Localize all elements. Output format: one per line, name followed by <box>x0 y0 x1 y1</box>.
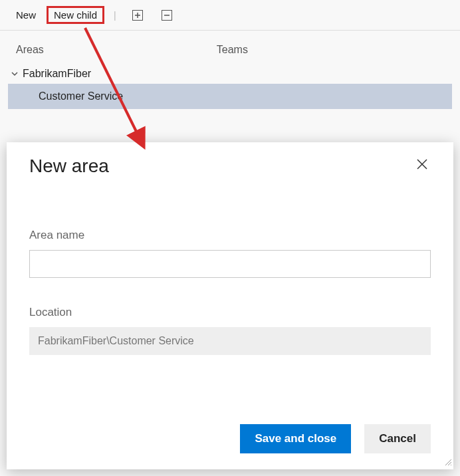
toolbar: New New child | <box>0 0 460 31</box>
location-input <box>29 327 431 355</box>
chevron-down-icon <box>11 70 19 78</box>
tree-root-item[interactable]: FabrikamFiber <box>8 64 452 84</box>
area-name-group: Area name <box>29 229 431 278</box>
separator: | <box>114 10 116 21</box>
svg-line-9 <box>451 465 451 465</box>
area-tree: FabrikamFiber Customer Service <box>0 61 460 129</box>
expand-all-icon[interactable] <box>132 10 143 21</box>
svg-line-7 <box>445 459 451 465</box>
collapse-all-icon[interactable] <box>162 10 172 21</box>
dialog-title: New area <box>29 156 109 177</box>
new-child-button[interactable]: New child <box>47 6 104 24</box>
resize-handle-icon[interactable] <box>444 457 452 468</box>
area-name-label: Area name <box>29 229 431 242</box>
tab-areas[interactable]: Areas <box>16 44 44 56</box>
tree-child-label: Customer Service <box>39 90 123 102</box>
close-icon[interactable] <box>413 156 431 175</box>
new-area-dialog: New area Area name Location Save and clo… <box>7 142 453 469</box>
location-label: Location <box>29 306 431 319</box>
location-group: Location <box>29 306 431 355</box>
dialog-footer: Save and close Cancel <box>29 424 431 453</box>
cancel-button[interactable]: Cancel <box>364 424 431 453</box>
new-button[interactable]: New <box>8 5 44 25</box>
area-name-input[interactable] <box>29 250 431 278</box>
tree-child-item[interactable]: Customer Service <box>8 84 452 109</box>
tree-root-label: FabrikamFiber <box>23 68 91 80</box>
tabs: Areas Teams <box>0 31 460 61</box>
tab-teams[interactable]: Teams <box>217 44 248 56</box>
save-button[interactable]: Save and close <box>240 424 351 453</box>
dialog-header: New area <box>29 156 431 177</box>
